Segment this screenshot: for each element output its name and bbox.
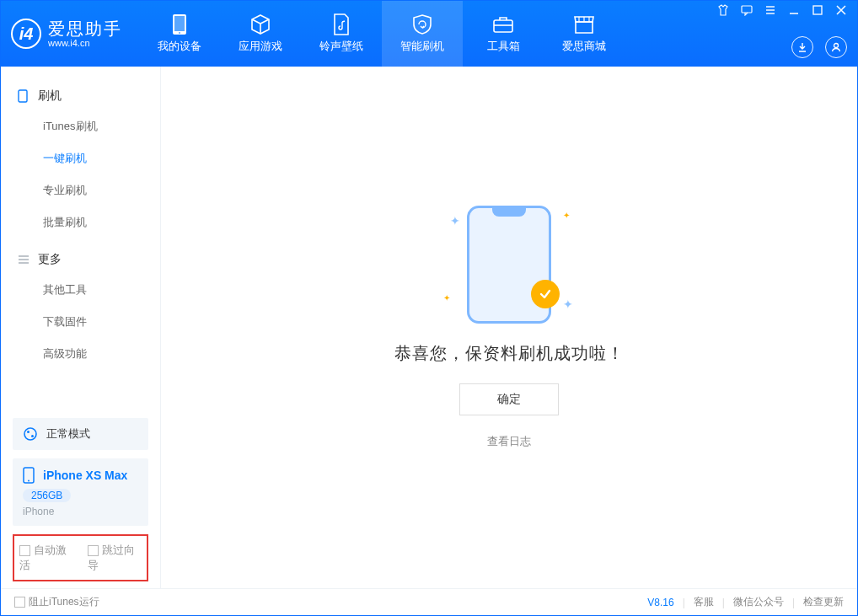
toolbox-icon	[492, 13, 514, 35]
nav-label: 爱思商城	[562, 39, 606, 54]
feedback-icon[interactable]	[741, 4, 753, 16]
main-content: ✦ ✦ ✦ ✦ 恭喜您，保资料刷机成功啦！ 确定 查看日志	[161, 67, 857, 588]
music-file-icon	[330, 13, 352, 35]
version-label: V8.16	[647, 597, 673, 608]
sidebar-group-more[interactable]: 更多	[1, 245, 160, 274]
user-button[interactable]	[825, 36, 847, 58]
nav-store[interactable]: 爱思商城	[544, 1, 625, 67]
sparkle-icon: ✦	[563, 211, 570, 220]
sparkle-icon: ✦	[443, 293, 450, 303]
device-type: iPhone	[23, 506, 138, 517]
refresh-shield-icon	[411, 13, 433, 35]
auto-activate-checkbox[interactable]: 自动激活	[19, 543, 74, 573]
nav-toolbox[interactable]: 工具箱	[463, 1, 544, 67]
svg-point-8	[24, 428, 36, 440]
sidebar: 刷机 iTunes刷机 一键刷机 专业刷机 批量刷机 更多 其他工具 下载固件 …	[1, 67, 161, 588]
nav-label: 工具箱	[487, 39, 520, 54]
logo-icon: i4	[11, 19, 41, 49]
svg-point-6	[834, 44, 839, 48]
nav-label: 铃声壁纸	[319, 39, 363, 54]
nav-smart-flash[interactable]: 智能刷机	[382, 1, 463, 67]
success-illustration: ✦ ✦ ✦ ✦	[467, 206, 551, 324]
device-small-icon	[18, 89, 29, 103]
sparkle-icon: ✦	[450, 214, 460, 228]
tshirt-icon[interactable]	[717, 4, 729, 16]
device-info-card[interactable]: iPhone XS Max 256GB iPhone	[13, 458, 148, 526]
nav-ringtones-wallpapers[interactable]: 铃声壁纸	[301, 1, 382, 67]
svg-rect-4	[742, 6, 752, 13]
ok-button[interactable]: 确定	[459, 383, 559, 415]
svg-rect-7	[19, 90, 27, 102]
nav-label: 我的设备	[158, 39, 201, 54]
flash-options-highlight: 自动激活 跳过向导	[13, 534, 148, 581]
app-logo: i4 爱思助手 www.i4.cn	[11, 19, 122, 49]
phone-icon	[169, 13, 190, 35]
footer-link-wechat[interactable]: 微信公众号	[733, 595, 784, 609]
window-controls	[717, 4, 847, 16]
minimize-button[interactable]	[788, 4, 800, 16]
phone-small-icon	[23, 467, 35, 484]
app-title: 爱思助手	[48, 19, 122, 38]
status-bar: 阻止iTunes运行 V8.16 | 客服 | 微信公众号 | 检查更新	[1, 588, 857, 615]
app-header: i4 爱思助手 www.i4.cn 我的设备 应用游戏 铃声壁纸 智能刷机 工具…	[1, 1, 857, 67]
list-icon	[18, 254, 29, 265]
shop-icon	[573, 13, 595, 35]
svg-rect-5	[813, 6, 822, 14]
device-mode: 正常模式	[46, 426, 90, 442]
device-capacity: 256GB	[23, 489, 71, 502]
nav-label: 应用游戏	[239, 39, 282, 54]
close-button[interactable]	[835, 4, 847, 16]
app-subtitle: www.i4.cn	[48, 38, 122, 48]
sidebar-item-oneclick-flash[interactable]: 一键刷机	[1, 142, 160, 174]
svg-rect-3	[494, 20, 512, 32]
svg-point-9	[27, 431, 29, 433]
sidebar-item-itunes-flash[interactable]: iTunes刷机	[1, 110, 160, 142]
cube-icon	[249, 13, 271, 35]
check-badge-icon	[531, 280, 560, 308]
mode-icon	[23, 426, 38, 442]
view-log-link[interactable]: 查看日志	[487, 434, 531, 449]
success-message: 恭喜您，保资料刷机成功啦！	[394, 342, 625, 365]
nav-apps-games[interactable]: 应用游戏	[220, 1, 301, 67]
footer-link-update[interactable]: 检查更新	[803, 595, 844, 609]
nav-my-device[interactable]: 我的设备	[139, 1, 220, 67]
sidebar-item-advanced[interactable]: 高级功能	[1, 338, 160, 370]
top-nav: 我的设备 应用游戏 铃声壁纸 智能刷机 工具箱 爱思商城	[139, 1, 625, 67]
svg-point-12	[28, 480, 29, 482]
nav-label: 智能刷机	[400, 39, 444, 54]
svg-point-2	[179, 32, 180, 34]
sidebar-group-flash[interactable]: 刷机	[1, 82, 160, 110]
block-itunes-checkbox[interactable]: 阻止iTunes运行	[14, 595, 99, 609]
maximize-button[interactable]	[812, 4, 823, 16]
svg-point-10	[31, 435, 34, 437]
device-mode-card[interactable]: 正常模式	[13, 418, 148, 450]
footer-link-support[interactable]: 客服	[694, 595, 714, 609]
group-title: 刷机	[38, 88, 62, 104]
svg-rect-1	[174, 16, 185, 31]
device-name: iPhone XS Max	[43, 469, 127, 482]
group-title: 更多	[38, 252, 62, 267]
menu-icon[interactable]	[764, 4, 776, 16]
download-button[interactable]	[791, 36, 813, 58]
sidebar-item-pro-flash[interactable]: 专业刷机	[1, 174, 160, 206]
sidebar-item-download-firmware[interactable]: 下载固件	[1, 306, 160, 338]
sidebar-item-other-tools[interactable]: 其他工具	[1, 274, 160, 306]
skip-wizard-checkbox[interactable]: 跳过向导	[88, 543, 142, 573]
sidebar-item-batch-flash[interactable]: 批量刷机	[1, 206, 160, 238]
sparkle-icon: ✦	[563, 297, 573, 311]
